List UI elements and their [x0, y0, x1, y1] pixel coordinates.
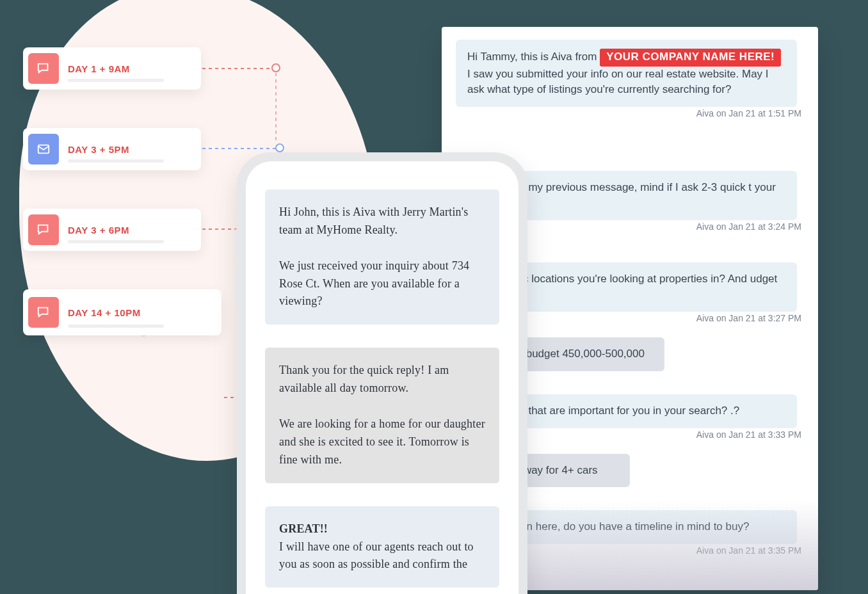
sms-emphasis: GREAT!! [279, 522, 328, 535]
timeline-node [275, 143, 284, 152]
sms-incoming: Hi John, this is Aiva with Jerry Martin'… [265, 189, 499, 325]
timeline-card[interactable]: DAY 3 + 6PM [23, 209, 201, 251]
chat-icon [28, 214, 59, 245]
sms-text: I will have one of our agents reach out … [279, 540, 474, 571]
connector-vertical [275, 73, 277, 143]
placeholder-line [68, 159, 164, 163]
placeholder-line [68, 325, 164, 328]
placeholder-line [68, 240, 164, 243]
timeline-node [271, 63, 280, 72]
phone-screen: Hi John, this is Aiva with Jerry Martin'… [246, 161, 518, 594]
timeline-label: DAY 14 + 10PM [68, 307, 141, 318]
mail-icon [28, 134, 59, 165]
chat-text: Hi Tammy, this is Aiva from [467, 51, 600, 63]
phone-side-button [234, 229, 237, 255]
timeline-column: DAY 1 + 9AM DAY 3 + 5PM DAY 3 + 6PM DAY … [23, 47, 221, 374]
timeline-label: DAY 1 + 9AM [68, 63, 130, 74]
timeline-card[interactable]: DAY 1 + 9AM [23, 47, 201, 90]
timeline-label: DAY 3 + 6PM [68, 225, 129, 236]
sms-incoming: GREAT!! I will have one of our agents re… [265, 506, 499, 588]
chat-meta: Aiva on Jan 21 at 1:51 PM [456, 108, 801, 118]
chat-icon [28, 53, 59, 84]
placeholder-line [68, 79, 164, 82]
timeline-label: DAY 3 + 5PM [68, 144, 129, 155]
chat-text: I saw you submitted your info on our rea… [467, 68, 769, 96]
company-name-badge: YOUR COMPANY NAME HERE! [600, 49, 781, 67]
timeline-card[interactable]: DAY 3 + 5PM [23, 128, 201, 170]
phone-side-button [234, 268, 237, 306]
timeline-card[interactable]: DAY 14 + 10PM [23, 289, 221, 335]
chat-icon [28, 297, 59, 328]
sms-outgoing: Thank you for the quick reply! I am avai… [265, 348, 499, 483]
chat-message: Hi Tammy, this is Aiva from YOUR COMPANY… [456, 40, 797, 107]
phone-mockup: Hi John, this is Aiva with Jerry Martin'… [237, 152, 527, 594]
